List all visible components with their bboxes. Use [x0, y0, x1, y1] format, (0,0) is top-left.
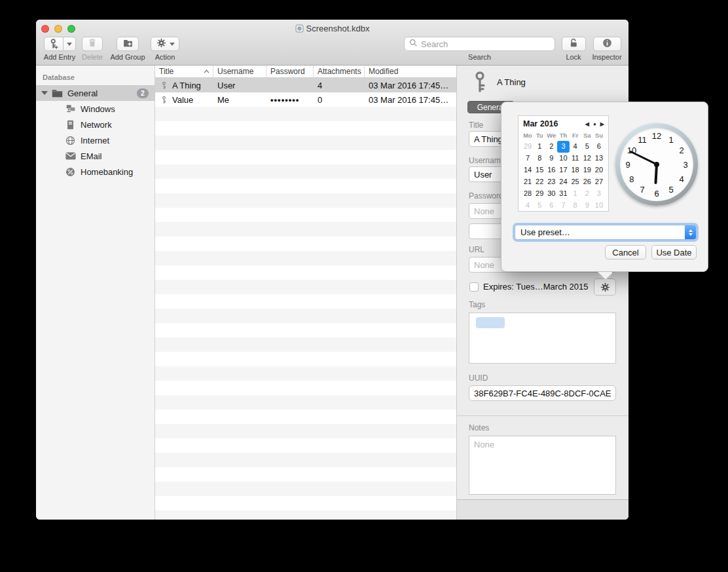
add-entry-button[interactable]: Add Entry [41, 37, 78, 61]
calendar-day[interactable]: 11 [570, 153, 581, 164]
table-row[interactable]: Value Me •••••••• 0 03 Mar 2016 17:45… [155, 92, 456, 107]
calendar-day[interactable]: 23 [545, 176, 557, 188]
inspector-button[interactable]: Inspector [590, 37, 624, 61]
sidebar-item-general[interactable]: General 2 [36, 85, 155, 101]
notes-label: Notes [469, 423, 616, 432]
calendar-day[interactable]: 4 [522, 200, 534, 212]
sidebar-item-email[interactable]: EMail [36, 148, 155, 164]
disclosure-triangle-icon[interactable] [41, 91, 48, 95]
tag-pill[interactable] [476, 317, 505, 328]
search-label: Search [468, 53, 491, 61]
calendar-day[interactable]: 20 [593, 164, 605, 176]
calendar-day[interactable]: 29 [534, 188, 545, 200]
calendar-day[interactable]: 8 [534, 153, 545, 164]
table-header: Title Username Password Attachments Modi… [155, 66, 456, 78]
calendar-day[interactable]: 13 [593, 153, 605, 164]
calendar-day[interactable]: 17 [557, 164, 569, 176]
clock-face: 123456789101112 [620, 128, 693, 201]
column-header-password[interactable]: Password [266, 66, 314, 77]
expires-checkbox[interactable] [469, 282, 479, 292]
calendar-day[interactable]: 25 [570, 176, 581, 188]
calendar-day[interactable]: 12 [581, 153, 593, 164]
calendar-day[interactable]: 22 [534, 176, 545, 188]
calendar-day[interactable]: 6 [593, 141, 605, 153]
search-input[interactable]: Search [404, 37, 555, 51]
calendar-next-icon[interactable]: ▶ [600, 121, 604, 127]
folder-plus-icon [122, 37, 134, 51]
calendar-day[interactable]: 31 [557, 188, 569, 200]
calendar-prev-icon[interactable]: ◀ [585, 121, 589, 127]
column-header-username[interactable]: Username [213, 66, 266, 77]
tags-field[interactable] [469, 313, 616, 364]
document-icon [295, 24, 304, 35]
add-group-button[interactable]: Add Group [106, 37, 149, 61]
calendar-day[interactable]: 8 [570, 200, 581, 212]
calendar-weekday: Sa [581, 130, 593, 141]
cancel-button[interactable]: Cancel [605, 245, 646, 259]
key-icon [471, 71, 488, 93]
calendar-weekday: Mo [522, 130, 534, 141]
calendar-day[interactable]: 9 [581, 200, 593, 212]
calendar-day[interactable]: 6 [545, 200, 557, 212]
calendar-day[interactable]: 5 [581, 141, 593, 153]
sidebar-item-network[interactable]: Network [36, 117, 155, 132]
calendar-day[interactable]: 2 [581, 188, 593, 200]
add-entry-dropdown[interactable] [64, 37, 76, 51]
key-plus-icon[interactable] [44, 37, 64, 51]
calendar-day[interactable]: 26 [581, 176, 593, 188]
calendar-day[interactable]: 1 [534, 141, 545, 153]
delete-label: Delete [82, 53, 103, 61]
sidebar-item-homebanking[interactable]: Homebanking [36, 164, 155, 180]
use-date-button[interactable]: Use Date [651, 245, 697, 259]
column-header-modified[interactable]: Modified [365, 66, 456, 77]
calendar-day[interactable]: 10 [593, 200, 605, 212]
calendar-day[interactable]: 10 [557, 153, 569, 164]
clock-number: 7 [640, 185, 644, 195]
calendar-day[interactable]: 1 [570, 188, 581, 200]
calendar-day[interactable]: 29 [522, 141, 534, 153]
notes-field[interactable]: None [469, 436, 616, 495]
action-button[interactable]: Action [149, 37, 181, 61]
uuid-field[interactable]: 38F629B7-FC4E-489C-8DCF-0CAE [469, 385, 616, 401]
sidebar-item-windows[interactable]: Windows [36, 101, 155, 117]
expires-preset-button[interactable] [594, 278, 616, 296]
column-header-attachments[interactable]: Attachments [314, 66, 365, 77]
calendar-day[interactable]: 28 [522, 188, 534, 200]
calendar-day[interactable]: 7 [522, 153, 534, 164]
calendar-day[interactable]: 24 [557, 176, 569, 188]
calendar: Mar 2016 ◀ ● ▶ MoTuWeThFrSaSu 2912345678… [518, 115, 609, 212]
calendar-day-selected[interactable]: 3 [557, 141, 569, 153]
calendar-day[interactable]: 9 [545, 153, 557, 164]
calendar-day[interactable]: 18 [570, 164, 581, 176]
calendar-day[interactable]: 2 [545, 141, 557, 153]
calendar-day[interactable]: 15 [534, 164, 545, 176]
calendar-day[interactable]: 14 [522, 164, 534, 176]
empty-rows [155, 107, 456, 520]
sidebar-section-header: Database [36, 71, 155, 85]
calendar-day[interactable]: 3 [593, 188, 605, 200]
calendar-day[interactable]: 27 [593, 176, 605, 188]
search-icon [409, 38, 418, 50]
percent-icon [65, 167, 76, 177]
uuid-label: UUID [469, 373, 616, 383]
calendar-day[interactable]: 4 [570, 141, 581, 153]
key-icon [160, 96, 168, 104]
lock-button[interactable]: Lock [560, 37, 587, 61]
calendar-today-icon[interactable]: ● [593, 121, 596, 127]
sidebar-item-internet[interactable]: Internet [36, 132, 155, 148]
calendar-day[interactable]: 5 [534, 200, 545, 212]
column-header-title[interactable]: Title [155, 66, 213, 77]
calendar-day[interactable]: 16 [545, 164, 557, 176]
preset-select[interactable]: Use preset… [515, 225, 697, 240]
clock-hour-hand [654, 164, 658, 184]
calendar-day[interactable]: 21 [522, 176, 534, 188]
windows-network-icon [65, 104, 76, 114]
delete-button[interactable]: Delete [77, 37, 107, 61]
calendar-day[interactable]: 30 [545, 188, 557, 200]
calendar-weekday: Fr [570, 130, 581, 141]
table-row[interactable]: A Thing User 4 03 Mar 2016 17:45… [155, 78, 456, 92]
calendar-day[interactable]: 19 [581, 164, 593, 176]
screen: Screenshot.kdbx Add Entry [0, 0, 728, 572]
calendar-day[interactable]: 7 [557, 200, 569, 212]
clock-number: 11 [638, 134, 647, 144]
